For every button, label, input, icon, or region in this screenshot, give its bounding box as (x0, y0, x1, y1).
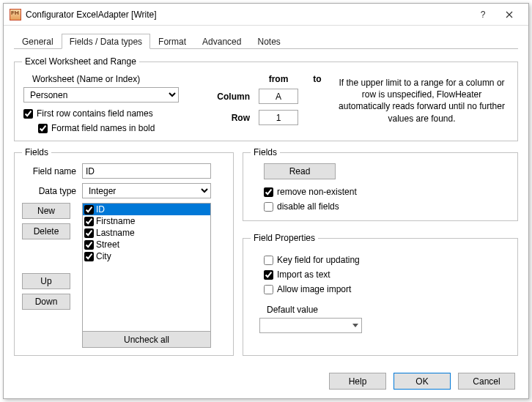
list-item[interactable]: Street (83, 239, 210, 250)
field-properties-legend: Field Properties (251, 233, 318, 243)
ok-button[interactable]: OK (394, 373, 451, 390)
fields-read-group: Fields Read remove non-existent disable … (243, 147, 518, 221)
first-row-checkbox[interactable] (23, 109, 33, 119)
list-item-label: Firstname (96, 216, 135, 226)
list-item-checkbox[interactable] (84, 252, 94, 261)
tab-notes[interactable]: Notes (249, 34, 288, 49)
app-icon (10, 9, 21, 21)
first-row-label: First row contains field names (37, 108, 153, 119)
datatype-label: Data type (22, 186, 82, 196)
cancel-button[interactable]: Cancel (458, 373, 515, 390)
tab-strip: General Fields / Data types Format Advan… (14, 33, 518, 49)
remove-nonexistent-checkbox[interactable] (264, 187, 273, 197)
content-area: General Fields / Data types Format Advan… (4, 26, 528, 371)
close-button[interactable] (496, 5, 522, 24)
close-icon (506, 11, 513, 18)
down-button[interactable]: Down (22, 294, 70, 310)
list-item[interactable]: City (83, 250, 210, 262)
list-item-checkbox[interactable] (84, 228, 94, 238)
key-field-label: Key field for updating (277, 255, 360, 265)
import-text-label: Import as text (277, 269, 330, 280)
tab-format[interactable]: Format (150, 34, 194, 49)
list-item-checkbox[interactable] (84, 205, 94, 215)
range-help-text: If the upper limit to a range for a colu… (333, 72, 510, 124)
list-item-checkbox[interactable] (84, 240, 94, 250)
row-label: Row (209, 113, 250, 123)
column-label: Column (209, 92, 250, 102)
delete-button[interactable]: Delete (22, 223, 70, 239)
worksheet-label: Worksheet (Name or Index) (32, 74, 209, 84)
format-bold-checkbox[interactable] (38, 124, 48, 133)
default-value-label: Default value (267, 305, 510, 315)
dialog-footer: Help OK Cancel (329, 373, 515, 390)
window-title: Configurator ExcelAdapter [Write] (26, 10, 470, 20)
new-button[interactable]: New (22, 203, 70, 219)
uncheck-all-button[interactable]: Uncheck all (82, 332, 211, 348)
allow-image-checkbox[interactable] (264, 285, 273, 294)
worksheet-range-legend: Excel Worksheet and Range (22, 56, 139, 67)
fieldname-label: Field name (22, 166, 82, 176)
read-button[interactable]: Read (264, 163, 336, 179)
key-field-checkbox[interactable] (264, 256, 273, 265)
row-from-input[interactable] (259, 110, 298, 125)
list-item-label: City (96, 251, 111, 261)
import-text-checkbox[interactable] (264, 270, 273, 280)
from-header: from (254, 74, 303, 84)
tab-advanced[interactable]: Advanced (194, 34, 249, 49)
tab-general[interactable]: General (14, 34, 62, 49)
to-header: to (303, 74, 332, 84)
fields-group-left: Fields Field name Data type Integer New … (14, 147, 234, 356)
help-button[interactable]: Help (329, 373, 386, 390)
worksheet-range-group: Excel Worksheet and Range Worksheet (Nam… (14, 56, 518, 141)
disable-all-label: disable all fields (277, 201, 339, 212)
list-item-label: ID (96, 204, 105, 215)
fields-read-legend: Fields (251, 147, 280, 157)
fields-left-legend: Fields (22, 147, 51, 157)
fieldname-input[interactable] (82, 163, 211, 179)
help-titlebar-button[interactable]: ? (470, 5, 496, 24)
default-value-combo[interactable] (259, 318, 362, 333)
allow-image-label: Allow image import (277, 284, 351, 294)
titlebar: Configurator ExcelAdapter [Write] ? (4, 4, 528, 26)
format-bold-label: Format field names in bold (51, 123, 155, 133)
disable-all-checkbox[interactable] (264, 202, 273, 212)
field-properties-group: Field Properties Key field for updating … (243, 233, 518, 356)
list-item[interactable]: Firstname (83, 215, 210, 227)
remove-nonexistent-label: remove non-existent (277, 187, 357, 197)
datatype-select[interactable]: Integer (82, 183, 211, 198)
list-item[interactable]: ID (83, 204, 210, 215)
list-item-label: Lastname (96, 228, 135, 238)
list-item[interactable]: Lastname (83, 227, 210, 239)
worksheet-select[interactable]: Personen (23, 87, 179, 103)
list-item-checkbox[interactable] (84, 217, 94, 226)
column-from-input[interactable] (259, 89, 298, 104)
dialog-window: Configurator ExcelAdapter [Write] ? Gene… (3, 3, 529, 399)
fields-listbox[interactable]: ID Firstname Lastname Street City (82, 203, 211, 332)
list-item-label: Street (96, 239, 119, 250)
tab-fields-datatypes[interactable]: Fields / Data types (62, 34, 150, 49)
up-button[interactable]: Up (22, 273, 70, 289)
